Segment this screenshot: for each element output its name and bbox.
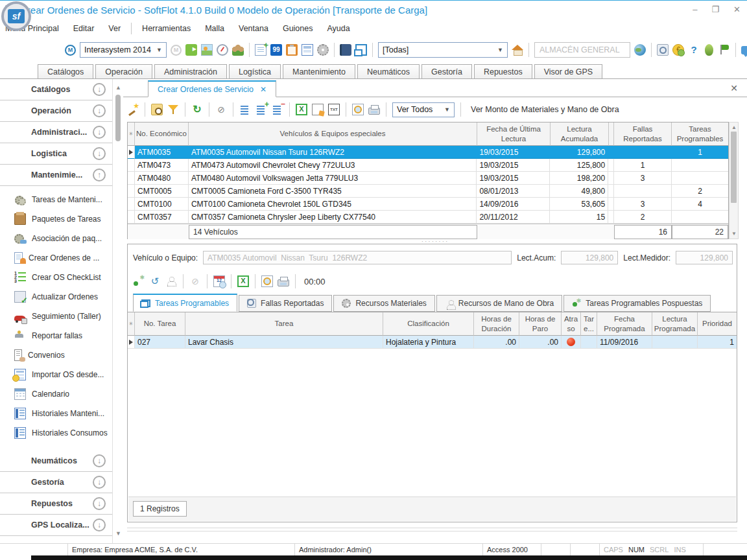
cell-tareas[interactable]	[672, 172, 728, 185]
grid-corner-header[interactable]: ✳	[128, 312, 135, 336]
cell-tareas[interactable]: 2	[672, 185, 728, 198]
tools-search-icon[interactable]	[657, 44, 669, 56]
cell-tar[interactable]	[581, 336, 597, 349]
col-fallas-reportadas[interactable]: Fallas Reportadas	[614, 122, 672, 146]
sidebar-item-tareas-mantenimiento[interactable]: Tareas de Manteni...	[0, 190, 112, 209]
tab-gestoria[interactable]: Gestoría	[421, 64, 472, 78]
sidebar-item-actualizar-ordenes[interactable]: Actualizar Ordenes	[0, 287, 112, 307]
txt-export-icon[interactable]: TXT	[328, 104, 340, 115]
sidebar-group-operacion[interactable]: Operación ↓	[0, 100, 112, 122]
tree-expand-icon[interactable]	[255, 104, 267, 115]
sidebar-item-historiales-consumos[interactable]: Historiales Consumos	[0, 423, 112, 443]
currency-icon[interactable]: €	[672, 44, 684, 56]
cell-fecha[interactable]: 19/03/2015	[477, 172, 550, 185]
sidebar-group-logistica[interactable]: Logistica ↓	[0, 143, 112, 165]
cell-tareas[interactable]: 1	[672, 146, 728, 159]
sidebar-item-crear-os-checklist[interactable]: Crear OS CheckList	[0, 268, 112, 287]
close-button[interactable]: ✕	[733, 5, 741, 14]
col-prioridad[interactable]: Prioridad	[698, 312, 737, 336]
settings-gear-icon[interactable]	[317, 44, 329, 56]
filter-funnel-icon[interactable]	[167, 104, 179, 115]
cell-lectura[interactable]: 125,800	[550, 159, 608, 172]
col-horas-duracion[interactable]: Horas de Duración	[474, 312, 519, 336]
sidebar-group-neumaticos[interactable]: Neumáticos ↓	[0, 450, 112, 472]
table-row[interactable]: CMT0357 CMT0357 Camioneta Chrysler Jeep …	[128, 211, 728, 224]
col-fecha-ultima-lectura[interactable]: Fecha de Última Lectura	[477, 122, 551, 146]
lect-acum-field[interactable]	[561, 251, 618, 264]
col-no-tarea[interactable]: No. Tarea	[135, 312, 185, 336]
route-icon[interactable]	[133, 275, 145, 287]
menu-ventana[interactable]: Ventana	[239, 24, 268, 33]
cell-fallas[interactable]: 2	[614, 211, 672, 224]
person-outline-icon[interactable]	[165, 275, 177, 287]
cell-prioridad[interactable]: 1	[698, 336, 737, 349]
cell-fecha[interactable]: 20/11/2012	[477, 211, 550, 224]
cell-vehiculo[interactable]: CMT0005 Camioneta Ford C-3500 TYR435	[189, 185, 477, 198]
cell-fallas[interactable]	[614, 146, 672, 159]
col-lectura-acumulada[interactable]: Lectura Acumulada	[551, 122, 609, 146]
cell-lectura[interactable]: 15	[550, 211, 608, 224]
scrollbar-thumb[interactable]	[731, 132, 737, 203]
cell-fecha[interactable]: 08/01/2013	[477, 185, 550, 198]
cell-vehiculo[interactable]: ATM0480 Automovil Volkswagen Jetta 779UL…	[189, 172, 477, 185]
tab-neumaticos[interactable]: Neumáticos	[357, 64, 420, 78]
tab-close-icon[interactable]: ✕	[260, 85, 267, 94]
cell-fecha-programada[interactable]: 11/09/2016	[597, 336, 652, 349]
tab-logistica[interactable]: Logística	[229, 64, 281, 78]
col-no-economico[interactable]: No. Económico	[135, 122, 189, 146]
print-preview-icon[interactable]	[352, 104, 364, 115]
chat-icon[interactable]	[741, 46, 747, 54]
globe-icon[interactable]	[634, 44, 646, 56]
menu-ver[interactable]: Ver	[108, 24, 121, 33]
col-fecha-programada[interactable]: Fecha Programada	[597, 312, 652, 336]
cell-no-economico[interactable]: CMT0100	[135, 198, 189, 211]
table-row[interactable]: CMT0100 CMT0100 Camioneta Chevrolet 150L…	[128, 198, 728, 211]
vehicles-grid-scrollbar[interactable]: ▲ ▼	[729, 122, 739, 239]
cell-no-economico[interactable]: ATM0473	[135, 159, 189, 172]
sidebar-group-mantenimiento[interactable]: Mantenimie... ↑	[0, 165, 112, 186]
clipboard-icon[interactable]	[286, 44, 298, 56]
menu-editar[interactable]: Editar	[73, 24, 95, 33]
sidebar-item-crear-ordenes[interactable]: Crear Ordenes de ...	[0, 248, 112, 268]
tab-catalogos[interactable]: Catálogos	[38, 64, 93, 78]
restore-button[interactable]: ❐	[711, 5, 719, 14]
company-select[interactable]: Interasystem 2014▼	[80, 42, 167, 58]
import-icon[interactable]	[185, 44, 197, 56]
cell-lectura[interactable]: 198,200	[550, 172, 608, 185]
vehicle-field[interactable]	[203, 251, 512, 264]
tab-operacion[interactable]: Operación	[95, 64, 152, 78]
menu-ayuda[interactable]: Ayuda	[327, 24, 350, 33]
cell-lectura[interactable]: 129,800	[550, 146, 608, 159]
col-tareas-programables[interactable]: Tareas Programables	[672, 122, 728, 146]
branch-filter-select[interactable]: [Todas]▼	[378, 42, 508, 58]
cell-fallas[interactable]: 3	[614, 198, 672, 211]
sidebar-item-reportar-fallas[interactable]: Reportar fallas	[0, 326, 112, 345]
sidebar-item-seguimiento-taller[interactable]: Seguimiento (Taller)	[0, 307, 112, 326]
minimize-button[interactable]: –	[693, 5, 697, 14]
col-vehiculos-equipos[interactable]: Vehículos & Equipos especiales	[189, 122, 477, 146]
cell-no-tarea[interactable]: 027	[135, 336, 185, 349]
tab-recursos-materiales[interactable]: Recursos Materiales	[333, 295, 434, 312]
cell-vehiculo[interactable]: ATM0035 Automovil Nissan Tsuru 126RWZ2	[189, 146, 477, 159]
grid-corner-header[interactable]: ✳	[128, 122, 135, 146]
windows-icon[interactable]	[355, 44, 367, 56]
cell-vehiculo[interactable]: ATM0473 Automovil Chevrolet Chevy 772ULU…	[189, 159, 477, 172]
cell-fecha[interactable]: 14/09/2016	[477, 198, 550, 211]
cell-lectura-programada[interactable]	[652, 336, 698, 349]
col-lectura-programada[interactable]: Lectura Programada	[652, 312, 698, 336]
view-filter-select[interactable]: Ver Todos▼	[392, 102, 455, 117]
lect-medidor-field[interactable]	[676, 251, 733, 264]
excel-export-icon[interactable]: X	[237, 275, 249, 287]
cell-fallas[interactable]: 1	[614, 159, 672, 172]
scroll-up-icon[interactable]: ▲	[731, 124, 737, 130]
print-icon[interactable]	[368, 108, 380, 115]
flag-icon[interactable]	[718, 44, 730, 56]
sidebar-item-paquetes-tareas[interactable]: Paquetes de Tareas	[0, 209, 112, 229]
cell-tareas[interactable]: 4	[672, 198, 728, 211]
cell-tareas[interactable]	[672, 159, 728, 172]
scroll-down-icon[interactable]: ▼	[731, 231, 737, 237]
cell-fecha[interactable]: 19/03/2015	[477, 159, 550, 172]
content-scrollbar[interactable]: ▲ ▼	[112, 79, 123, 543]
tab-fallas-reportadas[interactable]: Fallas Reportadas	[239, 295, 332, 312]
view-monto-label[interactable]: Ver Monto de Materiales y Mano de Obra	[471, 105, 619, 114]
